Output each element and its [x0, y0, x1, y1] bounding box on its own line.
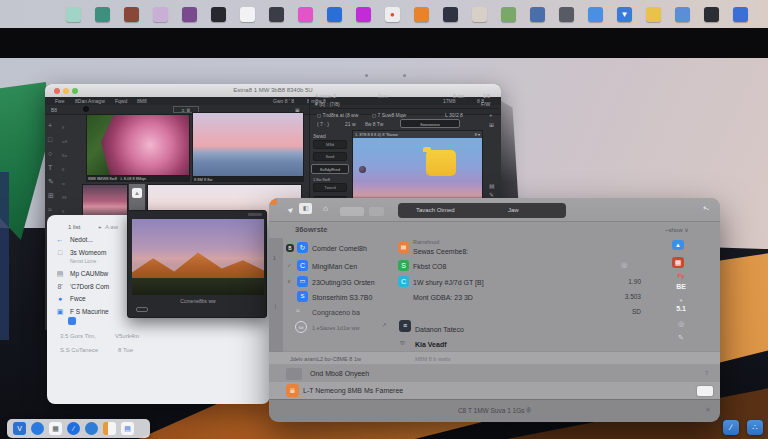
share-icon[interactable]: ⌂: [323, 204, 328, 213]
menu-item[interactable]: Gwn 8 ' 8: [273, 98, 294, 104]
add-button[interactable]: +: [98, 224, 102, 230]
zoom-button[interactable]: [72, 88, 78, 94]
dock-text-doc[interactable]: ▤: [121, 422, 134, 435]
list-item[interactable]: Mp CAUMbw: [70, 270, 108, 277]
dock-globe[interactable]: [31, 422, 44, 435]
app-vinyl[interactable]: [269, 7, 284, 22]
window-controls[interactable]: [248, 213, 262, 216]
edge-strip-icon-3[interactable]: ✎: [489, 191, 494, 198]
result-label[interactable]: Fkbst CO8: [413, 263, 446, 270]
edge-strip-icon-0[interactable]: +: [489, 112, 493, 118]
result-label[interactable]: Datanon Tateco: [415, 326, 464, 333]
result-label[interactable]: Comder Comel8h: [312, 245, 367, 252]
be-badge[interactable]: BE: [670, 283, 692, 290]
version-badge[interactable]: 5.1: [670, 305, 692, 312]
dock-doc-v[interactable]: V: [13, 422, 26, 435]
editor-tool-3[interactable]: T8: [48, 162, 78, 174]
list-item[interactable]: 3s Womeom: [70, 249, 106, 256]
editor-tool-0[interactable]: +8: [48, 120, 78, 132]
app-grid-pink[interactable]: [153, 7, 168, 22]
list-item[interactable]: Fwce: [70, 295, 86, 302]
fy-badge[interactable]: Fy: [670, 273, 692, 279]
checkbox-option[interactable]: ◻ Tnd8ra at (8 ww: [317, 112, 358, 118]
app-dark-book[interactable]: [704, 7, 719, 22]
menu-item[interactable]: Fqwd: [115, 98, 127, 104]
panel-button[interactable]: M8d: [313, 140, 347, 149]
menu-item[interactable]: 8Dan Amagw: [75, 98, 105, 104]
editor-titlebar[interactable]: Estna8 1 MW 3bB8 8340b 5U: [45, 84, 501, 97]
result-label[interactable]: MingiMan Cen: [312, 263, 357, 270]
close-button[interactable]: [54, 88, 60, 94]
menu-item[interactable]: 8M8: [137, 98, 147, 104]
app-orange[interactable]: [414, 7, 429, 22]
search-field[interactable]: Tavach Otmed Jaw: [398, 203, 566, 218]
app-purple-circle[interactable]: [182, 7, 197, 22]
app-purple-f[interactable]: [356, 7, 371, 22]
ring-icon[interactable]: ◎: [670, 320, 692, 328]
list-item[interactable]: Nedot...: [70, 236, 93, 243]
panel-button[interactable]: Twwrd: [313, 183, 347, 192]
checkbox-option[interactable]: ◻ 7 Suw8 Mqw: [372, 112, 406, 118]
app-blue-doc[interactable]: [675, 7, 690, 22]
app-dark-photo[interactable]: [443, 7, 458, 22]
app-blue-q[interactable]: [327, 7, 342, 22]
app-notes[interactable]: [240, 7, 255, 22]
grid-badge-icon[interactable]: ▦: [672, 257, 684, 268]
list-item[interactable]: 'C7Dor8 Com: [70, 283, 109, 290]
sidebar-toggle-icon[interactable]: ◧: [299, 203, 312, 214]
list-item[interactable]: F S Macurine: [70, 308, 109, 315]
corner-dots-icon[interactable]: ∴: [747, 420, 763, 435]
panel-button[interactable]: 8wrd: [313, 152, 347, 161]
photo-thumbnail-sea-sunset[interactable]: [192, 112, 304, 177]
subwindow-controls[interactable]: 8 ▾: [475, 131, 480, 138]
show-toggle[interactable]: ~show ∨: [665, 226, 689, 233]
result-label[interactable]: L-T Nemeong 8MB Ms Fameree: [303, 387, 403, 394]
app-blue-v[interactable]: ▼: [617, 7, 632, 22]
search-tab-2[interactable]: Jaw: [508, 207, 519, 213]
pointer-icon[interactable]: ↖: [702, 203, 711, 214]
close-icon[interactable]: ✕: [705, 406, 711, 414]
mini-button[interactable]: [136, 307, 148, 312]
edge-strip-icon-2[interactable]: ▤: [489, 182, 495, 189]
photo-thumbnail-sunset-burst[interactable]: [86, 114, 190, 176]
text-input[interactable]: 8wwwwww: [400, 119, 460, 128]
result-label-small[interactable]: 1 eSaoes 1d1w ww: [312, 325, 359, 331]
menu-item[interactable]: Fwe: [55, 98, 64, 104]
app-black[interactable]: [211, 7, 226, 22]
brush-dot-icon[interactable]: [83, 106, 89, 112]
dock-grid[interactable]: ▦: [49, 422, 62, 435]
result-label[interactable]: Congraceno ba: [312, 309, 360, 316]
app-blue-image[interactable]: [530, 7, 545, 22]
result-label[interactable]: 23Outing/3G Orsten: [312, 279, 375, 286]
subwindow-canvas[interactable]: [353, 138, 482, 201]
selected-row[interactable]: ≣ L-T Nemeong 8MB Ms Fameree: [269, 382, 720, 399]
app-green[interactable]: [95, 7, 110, 22]
dock-sphere[interactable]: [85, 422, 98, 435]
app-green-white[interactable]: [501, 7, 516, 22]
dock-bars[interactable]: [103, 422, 116, 435]
result-label[interactable]: 1W shury #J/7d GT [B]: [413, 279, 484, 286]
subwindow-titlebar[interactable]: 1. 8T8:8 8 8 4) 8 *8www 8 ▾: [353, 131, 482, 138]
disabled-segment[interactable]: [340, 207, 364, 216]
app-magenta-chart[interactable]: [298, 7, 313, 22]
editor-tool-2[interactable]: ○8w: [48, 148, 78, 160]
edge-strip-icon-1[interactable]: ⊞: [489, 121, 494, 128]
search-tab-1[interactable]: Tavach Otmed: [416, 207, 455, 213]
app-bubble[interactable]: [588, 7, 603, 22]
photo-badge-icon[interactable]: ▲: [672, 240, 684, 250]
disabled-icon[interactable]: [369, 207, 384, 216]
mountain-photo[interactable]: [132, 219, 264, 295]
app-gray-image[interactable]: [559, 7, 574, 22]
blue-app-chip[interactable]: [68, 317, 76, 325]
yellow-sticker[interactable]: [426, 150, 456, 176]
app-photos[interactable]: [472, 7, 487, 22]
app-folder[interactable]: [646, 7, 661, 22]
plus-badge[interactable]: +: [670, 297, 692, 303]
result-label[interactable]: Mont GDBA: 23 3D: [413, 294, 473, 301]
result-label[interactable]: Kia Veadf: [415, 341, 447, 348]
result-label[interactable]: Stonserhim S3.7B0: [312, 294, 372, 301]
highlighted-input[interactable]: 8o8dy8hed: [311, 164, 349, 174]
editor-tool-5[interactable]: ⊞88: [48, 190, 78, 202]
pencil-icon[interactable]: ✎: [670, 334, 692, 342]
app-blue-door[interactable]: [733, 7, 748, 22]
